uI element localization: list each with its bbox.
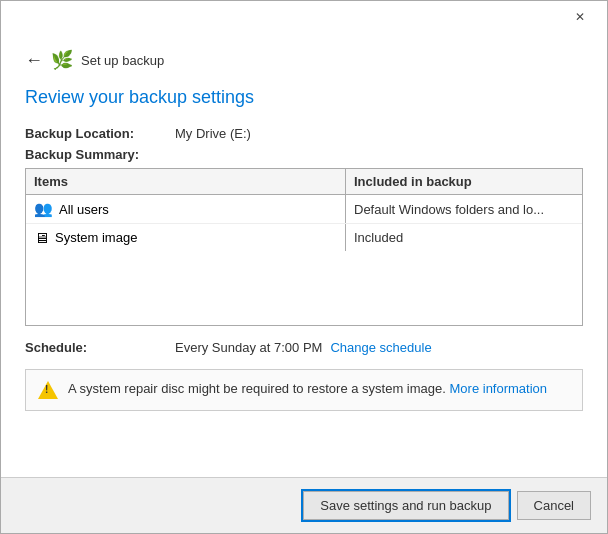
backup-table: Items Included in backup 👥 All users Def… xyxy=(25,168,583,326)
cell-items-1: 👥 All users xyxy=(26,195,346,223)
col-items-header: Items xyxy=(26,169,346,194)
back-button[interactable]: ← xyxy=(25,51,43,69)
warning-icon: ! xyxy=(38,380,58,400)
users-icon: 👥 xyxy=(34,200,53,218)
nav-icon: 🌿 xyxy=(51,49,73,71)
cell-included-2: Included xyxy=(346,225,582,250)
title-bar: ✕ xyxy=(1,1,607,33)
save-run-backup-button[interactable]: Save settings and run backup xyxy=(303,491,508,520)
backup-location-value: My Drive (E:) xyxy=(175,126,251,141)
table-body: 👥 All users Default Windows folders and … xyxy=(26,195,582,325)
more-information-link[interactable]: More information xyxy=(450,381,548,396)
window-title: Set up backup xyxy=(81,53,164,68)
cell-included-1: Default Windows folders and lo... xyxy=(346,197,582,222)
cell-items-2: 🖥 System image xyxy=(26,224,346,251)
cancel-button[interactable]: Cancel xyxy=(517,491,591,520)
content-area: ← 🌿 Set up backup Review your backup set… xyxy=(1,33,607,477)
schedule-value: Every Sunday at 7:00 PM xyxy=(175,340,322,355)
info-text: A system repair disc might be required t… xyxy=(68,380,547,398)
backup-location-label: Backup Location: xyxy=(25,126,175,141)
col-included-header: Included in backup xyxy=(346,169,582,194)
page-title: Review your backup settings xyxy=(25,87,583,108)
change-schedule-link[interactable]: Change schedule xyxy=(330,340,431,355)
row2-item-label: System image xyxy=(55,230,137,245)
backup-location-row: Backup Location: My Drive (E:) xyxy=(25,126,583,141)
table-row: 👥 All users Default Windows folders and … xyxy=(26,195,582,224)
nav-header: ← 🌿 Set up backup xyxy=(25,49,583,71)
close-button[interactable]: ✕ xyxy=(557,1,603,33)
computer-icon: 🖥 xyxy=(34,229,49,246)
schedule-row: Schedule: Every Sunday at 7:00 PM Change… xyxy=(25,340,583,355)
table-header: Items Included in backup xyxy=(26,169,582,195)
window: ✕ ← 🌿 Set up backup Review your backup s… xyxy=(0,0,608,534)
row1-item-label: All users xyxy=(59,202,109,217)
backup-summary-row: Backup Summary: xyxy=(25,147,583,162)
table-row: 🖥 System image Included xyxy=(26,224,582,251)
schedule-label: Schedule: xyxy=(25,340,175,355)
footer: Save settings and run backup Cancel xyxy=(1,477,607,533)
info-box: ! A system repair disc might be required… xyxy=(25,369,583,411)
backup-summary-label: Backup Summary: xyxy=(25,147,175,162)
